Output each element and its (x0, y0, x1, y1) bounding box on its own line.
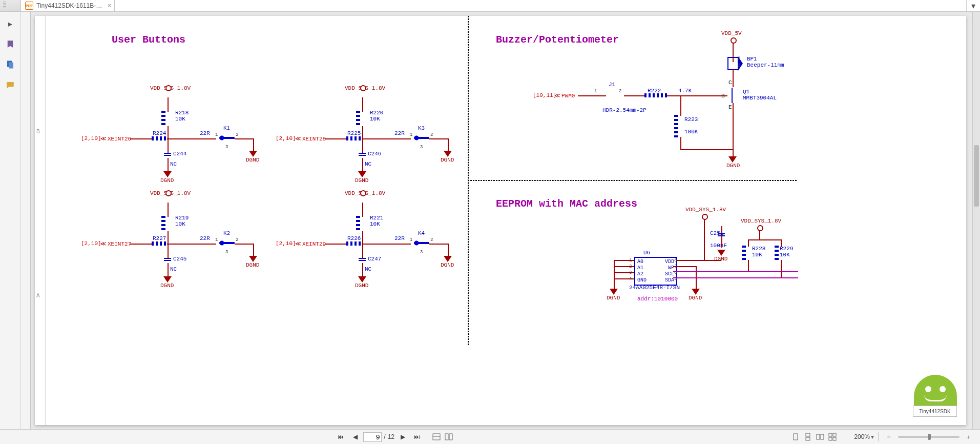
pages-icon (6, 60, 15, 69)
u6-ref: U6 (643, 250, 650, 256)
zoom-dropdown-icon[interactable]: ▾ (871, 433, 874, 440)
section-title-eeprom: EEPROM with MAC address (496, 198, 637, 210)
svg-rect-6 (794, 434, 798, 440)
page-number-input[interactable] (363, 432, 382, 442)
vertical-ruler (21, 12, 31, 429)
svg-rect-2 (433, 434, 440, 440)
view-continuous-page-button[interactable] (802, 432, 814, 442)
svg-rect-13 (829, 437, 832, 440)
ground-icon (717, 250, 725, 256)
u6-part: 24AA025E48-I/SN (629, 285, 680, 291)
r222-ref: R222 (648, 88, 661, 94)
trans-val: MMBT3904AL (743, 95, 777, 101)
document-tab[interactable]: PDF Tiny4412SDK-1611B-… × (21, 0, 115, 11)
comments-panel-button[interactable] (3, 77, 18, 93)
section-title-buzzer: Buzzer/Potentiometer (496, 34, 619, 46)
eeprom-vdd-pull: VDD_SYS_1.8V (741, 218, 781, 224)
prev-page-button[interactable]: ◀ (349, 431, 361, 442)
svg-rect-1 (9, 63, 13, 69)
r228-ref: R228 (752, 246, 765, 252)
page-nav: ⏮ ◀ / 12 ▶ ⏭ (335, 431, 423, 442)
tab-overflow-button[interactable]: ▾ (966, 0, 980, 11)
zoom-label: 200% (854, 433, 870, 440)
power-node-icon (757, 225, 763, 231)
bookmarks-button[interactable] (3, 36, 18, 52)
ground-icon (728, 156, 737, 163)
transistor-icon (727, 88, 740, 103)
scrollbar-thumb[interactable] (974, 145, 979, 207)
svg-rect-7 (806, 433, 810, 436)
eeprom-vdd: VDD_SYS_1.8V (685, 207, 726, 213)
resistor-icon (742, 246, 746, 260)
watermark-badge: Tiny4412SDK (913, 406, 957, 417)
resistor-icon (674, 115, 678, 137)
bookmark-icon (6, 39, 15, 49)
ground-icon (692, 289, 700, 295)
trans-ref: Q1 (743, 89, 749, 95)
jumper-val: HDR-2.54mm-2P (602, 107, 647, 113)
zoom-in-button[interactable]: ＋ (963, 431, 975, 442)
resistor-icon (775, 246, 779, 260)
svg-rect-8 (806, 437, 810, 440)
buzzer-gnd: DGND (726, 163, 740, 169)
buzzer-vdd: VDD_5V (721, 30, 742, 36)
last-page-button[interactable]: ⏭ (411, 431, 423, 442)
pdf-file-icon: PDF (25, 2, 33, 10)
view-single-page-button[interactable] (789, 432, 802, 442)
page-total-label: 12 (388, 433, 394, 440)
document-tab-title: Tiny4412SDK-1611B-… (36, 2, 102, 9)
pages-panel-button[interactable] (3, 57, 18, 72)
r223-ref: R223 (684, 116, 698, 123)
power-node-icon (702, 214, 708, 220)
svg-rect-11 (829, 433, 832, 436)
jumper-ref: J1 (609, 82, 615, 88)
power-node-icon (731, 37, 737, 44)
vertical-scrollbar[interactable] (972, 12, 980, 429)
zoom-slider[interactable] (898, 436, 960, 438)
schematic-diagram: User Buttons Buzzer/Potentiometer EEPROM… (35, 16, 966, 425)
beeper-icon (727, 57, 739, 70)
u6-addr: addr:1010000 (637, 296, 678, 302)
view-two-page-cont-button[interactable] (826, 432, 839, 442)
buzzer-port: PWM0 (554, 92, 575, 99)
zoom-slider-thumb[interactable] (928, 434, 931, 440)
r229-val: 10K (780, 252, 790, 258)
buzzer-port-bus: [10,11] (533, 92, 556, 98)
pdf-page[interactable]: B A User Buttons Buzzer/Potentiometer EE… (35, 16, 966, 425)
c251-ref: C251 (710, 230, 723, 236)
r228-val: 10K (752, 252, 762, 258)
page-sep-label: / (384, 433, 385, 440)
svg-rect-5 (449, 434, 452, 440)
tab-strip-handle[interactable] (0, 0, 21, 11)
ground-icon (610, 289, 618, 295)
tab-strip: PDF Tiny4412SDK-1611B-… × ▾ (0, 0, 980, 12)
svg-rect-14 (833, 437, 836, 440)
zoom-out-button[interactable]: − (883, 431, 895, 442)
r223-val: 100K (684, 129, 698, 135)
beeper-ref: BP1 (747, 56, 757, 62)
comment-icon (6, 80, 15, 90)
panel-toggle-button[interactable]: ▸ (3, 16, 18, 31)
side-toolbar: ▸ (0, 12, 21, 429)
svg-rect-9 (817, 434, 820, 439)
svg-rect-12 (833, 433, 836, 436)
r222-val: 4.7K (678, 88, 692, 94)
next-page-button[interactable]: ▶ (397, 431, 409, 442)
eeprom-left-gnd: DGND (607, 295, 620, 301)
layout-button-a[interactable] (430, 432, 443, 442)
first-page-button[interactable]: ⏮ (335, 431, 347, 442)
status-bar: ⏮ ◀ / 12 ▶ ⏭ 200% ▾ − ＋ (0, 429, 980, 444)
c251-val: 100nF (710, 243, 727, 249)
layout-button-b[interactable] (443, 432, 455, 442)
section-title-user-buttons: User Buttons (112, 34, 185, 46)
ic-u6: A0VDD A1WP A2SCL GNDSDA (634, 257, 677, 286)
close-tab-icon[interactable]: × (108, 2, 112, 9)
r229-ref: R229 (780, 246, 793, 252)
beeper-val: Beeper-11mm (747, 62, 784, 68)
eeprom-wp-gnd: DGND (689, 295, 702, 301)
resistor-icon (644, 93, 667, 97)
view-two-page-button[interactable] (814, 432, 826, 442)
svg-rect-4 (445, 434, 448, 440)
svg-rect-10 (821, 434, 824, 439)
eeprom-cap-gnd: DGND (714, 256, 727, 262)
